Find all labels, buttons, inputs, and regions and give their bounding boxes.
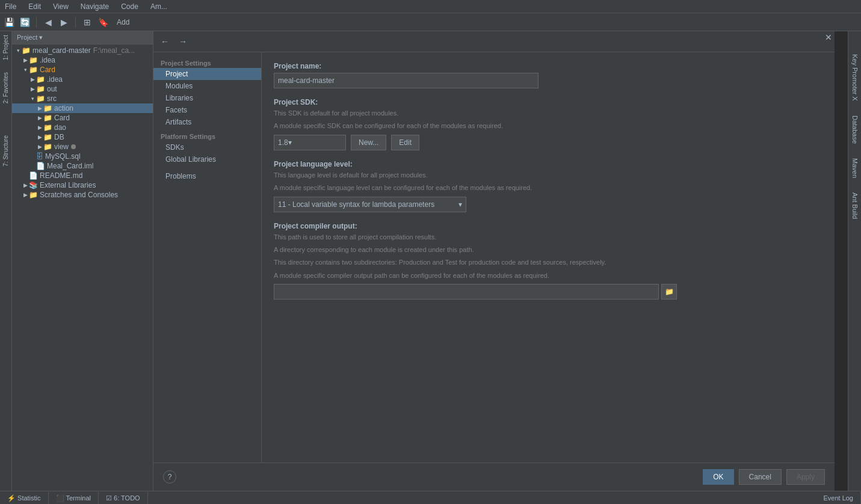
menu-file[interactable]: File — [2, 2, 19, 11]
project-name-label: Project name: — [274, 62, 822, 70]
folder-action-icon: 📁 — [43, 104, 52, 112]
sdk-new-button[interactable]: New... — [351, 135, 386, 150]
tree-item-view[interactable]: ▶ 📁 view — [12, 142, 153, 152]
folder-card-icon: 📁 — [29, 66, 38, 74]
settings-item-global-libraries[interactable]: Global Libraries — [153, 153, 261, 165]
tree-label-card-src: src — [47, 94, 57, 103]
project-panel: Project ▾ ▾ 📁 meal_card-master F:\meal_c… — [12, 31, 153, 491]
sdk-row: 1.8 ▾ New... Edit — [274, 135, 822, 150]
language-dropdown-arrow: ▾ — [458, 200, 462, 209]
settings-item-sdks[interactable]: SDKs — [153, 141, 261, 153]
dialog-nav-back[interactable]: ← — [158, 35, 171, 48]
menu-edit[interactable]: Edit — [26, 2, 43, 11]
settings-item-libraries[interactable]: Libraries — [153, 92, 261, 104]
tree-arrow-idea1: ▶ — [22, 57, 29, 63]
bottom-tab-statistic[interactable]: ⚡ Statistic — [0, 492, 49, 504]
toolbar-forward[interactable]: ▶ — [57, 16, 70, 29]
toolbar-window[interactable]: ⊞ — [81, 16, 94, 29]
right-sidebar: Key Promoter X Database Maven Ant Build — [848, 31, 861, 491]
apply-button[interactable]: Apply — [786, 469, 825, 485]
vert-tab-structure[interactable]: 7: Structure — [1, 132, 10, 170]
file-iml-icon: 📄 — [36, 162, 45, 170]
tree-arrow-card-idea: ▶ — [29, 76, 36, 82]
tree-item-card-out[interactable]: ▶ 📁 out — [12, 84, 153, 94]
file-mysql-icon: 🗄 — [36, 152, 43, 161]
sdk-version-dropdown[interactable]: 1.8 ▾ — [274, 135, 346, 150]
compiler-output-input[interactable] — [274, 284, 659, 300]
tree-item-root[interactable]: ▾ 📁 meal_card-master F:\meal_ca... — [12, 46, 153, 55]
tree-item-scratches[interactable]: ▶ 📁 Scratches and Consoles — [12, 190, 153, 200]
close-button[interactable]: ✕ — [824, 32, 833, 42]
menu-code[interactable]: Code — [119, 2, 141, 11]
toolbar-add[interactable]: Add — [112, 16, 134, 29]
dialog-body: Project Settings Project Modules Librari… — [153, 52, 835, 463]
tree-item-card-idea[interactable]: ▶ 📁 .idea — [12, 75, 153, 84]
view-dot — [71, 144, 76, 149]
project-compiler-desc4: A module specific compiler output path c… — [274, 271, 822, 280]
tree-arrow-card-sub: ▶ — [36, 115, 43, 121]
folder-card-src-icon: 📁 — [36, 94, 45, 103]
toolbar-sync[interactable]: 🔄 — [18, 16, 31, 29]
right-tab-ant-build[interactable]: Ant Build — [850, 188, 860, 224]
settings-item-modules[interactable]: Modules — [153, 80, 261, 92]
ok-button[interactable]: OK — [703, 469, 733, 485]
settings-item-facets[interactable]: Facets — [153, 104, 261, 116]
settings-item-artifacts[interactable]: Artifacts — [153, 116, 261, 128]
project-settings-dialog: ← → Project Settings Project Modules Lib… — [153, 31, 835, 491]
language-level-value: 11 - Local variable syntax for lambda pa… — [278, 200, 434, 209]
project-language-desc2: A module specific language level can be … — [274, 183, 822, 192]
tree-item-readme[interactable]: ▶ 📄 README.md — [12, 171, 153, 180]
cancel-button[interactable]: Cancel — [739, 469, 782, 485]
language-level-dropdown[interactable]: 11 - Local variable syntax for lambda pa… — [274, 197, 466, 212]
dialog-nav: ← → — [153, 31, 835, 52]
vertical-tab-strip: 1: Project 2: Favorites 7: Structure — [0, 31, 12, 491]
settings-item-problems[interactable]: Problems — [153, 170, 261, 182]
sdk-dropdown-arrow: ▾ — [288, 138, 292, 147]
project-tree[interactable]: ▾ 📁 meal_card-master F:\meal_ca... ▶ 📁 .… — [12, 45, 153, 491]
tree-item-card-sub[interactable]: ▶ 📁 Card — [12, 113, 153, 123]
compiler-folder-button[interactable]: 📁 — [661, 284, 677, 300]
tree-item-db[interactable]: ▶ 📁 DB — [12, 132, 153, 142]
project-sdk-desc2: A module specific SDK can be configured … — [274, 121, 822, 131]
menu-analyze[interactable]: Am... — [148, 2, 170, 11]
tree-item-card-root[interactable]: ▾ 📁 Card — [12, 65, 153, 75]
tree-label-root-path: F:\meal_ca... — [93, 46, 135, 55]
toolbar-save[interactable]: 💾 — [2, 16, 16, 29]
right-tab-key-promoter[interactable]: Key Promoter X — [850, 49, 860, 106]
project-name-input[interactable] — [274, 73, 539, 88]
tree-item-iml[interactable]: ▶ 📄 Meal_Card.iml — [12, 161, 153, 171]
dialog-nav-forward[interactable]: → — [176, 35, 190, 48]
folder-card-sub-icon: 📁 — [43, 114, 52, 122]
tree-item-card-src[interactable]: ▾ 📁 src — [12, 94, 153, 103]
tree-label-readme: README.md — [40, 171, 82, 180]
tree-arrow-card: ▾ — [22, 67, 29, 73]
project-compiler-desc3: This directory contains two subdirectori… — [274, 258, 822, 267]
tree-label-action: action — [54, 104, 73, 112]
menu-view[interactable]: View — [51, 2, 71, 11]
tree-arrow-card-src: ▾ — [29, 96, 36, 102]
tree-item-ext-lib[interactable]: ▶ 📚 External Libraries — [12, 180, 153, 190]
vert-tab-project[interactable]: 1: Project — [1, 31, 10, 64]
menu-bar: File Edit View Navigate Code Am... — [0, 0, 861, 13]
bottom-tab-event-log[interactable]: Event Log — [816, 492, 861, 504]
bottom-tab-todo[interactable]: ☑ 6: TODO — [99, 492, 148, 504]
toolbar-back[interactable]: ◀ — [42, 16, 55, 29]
tree-item-dao[interactable]: ▶ 📁 dao — [12, 123, 153, 132]
right-tab-maven[interactable]: Maven — [850, 153, 860, 183]
platform-settings-header: Platform Settings — [153, 128, 261, 141]
tree-item-idea1[interactable]: ▶ 📁 .idea — [12, 55, 153, 65]
bottom-tab-terminal[interactable]: ⬛ Terminal — [49, 492, 99, 504]
tree-item-mysql[interactable]: ▶ 🗄 MySQL.sql — [12, 152, 153, 161]
project-language-label: Project language level: — [274, 160, 822, 168]
toolbar-bookmark[interactable]: 🔖 — [96, 16, 110, 29]
sdk-edit-button[interactable]: Edit — [391, 135, 419, 150]
right-tab-database[interactable]: Database — [850, 111, 860, 149]
tree-label-card: Card — [40, 66, 55, 74]
vert-tab-favorites[interactable]: 2: Favorites — [1, 69, 10, 107]
menu-navigate[interactable]: Navigate — [78, 2, 111, 11]
settings-item-project[interactable]: Project — [153, 68, 261, 80]
tree-label-card-out: out — [47, 85, 57, 93]
help-button[interactable]: ? — [163, 470, 176, 484]
tree-arrow-db: ▶ — [36, 134, 43, 140]
tree-item-action[interactable]: ▶ 📁 action — [12, 103, 153, 113]
